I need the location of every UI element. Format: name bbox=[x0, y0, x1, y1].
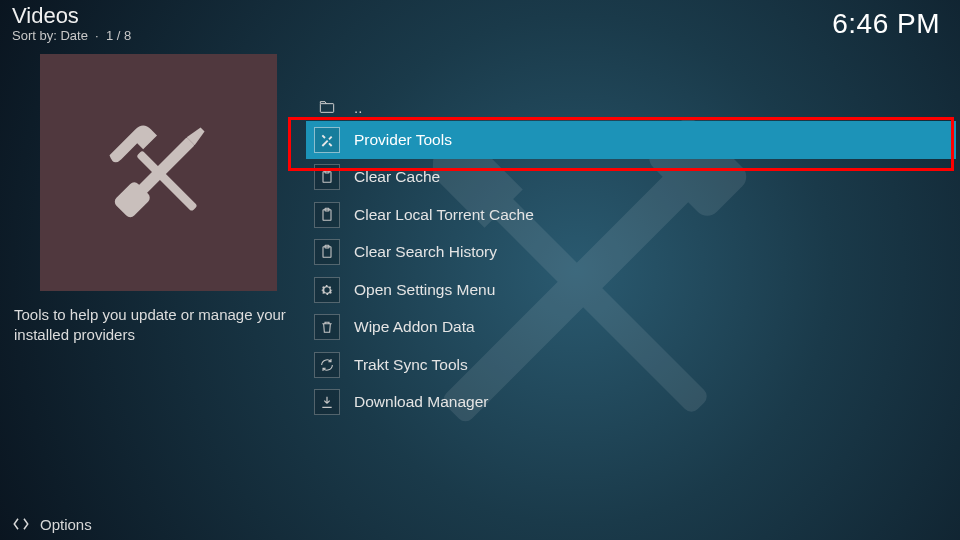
clipboard-icon bbox=[314, 202, 340, 228]
header: Videos Sort by: Date · 1 / 8 bbox=[0, 0, 960, 46]
list-item-label: Wipe Addon Data bbox=[354, 318, 956, 336]
list-item-download-manager[interactable]: Download Manager bbox=[306, 384, 956, 422]
parent-dir-label: .. bbox=[354, 99, 956, 116]
content-list: .. Provider Tools Clear Cache Clear Loca… bbox=[306, 93, 956, 421]
list-item-label: Clear Cache bbox=[354, 168, 956, 186]
tools-icon bbox=[314, 127, 340, 153]
item-thumbnail bbox=[40, 54, 277, 291]
list-item-label: Clear Search History bbox=[354, 243, 956, 261]
list-item-clear-search-history[interactable]: Clear Search History bbox=[306, 234, 956, 272]
footer-bar: Options bbox=[0, 508, 960, 540]
clipboard-icon bbox=[314, 239, 340, 265]
tools-icon bbox=[89, 103, 229, 243]
clipboard-icon bbox=[314, 164, 340, 190]
list-item-label: Trakt Sync Tools bbox=[354, 356, 956, 374]
gear-icon bbox=[314, 277, 340, 303]
list-item-trakt-sync-tools[interactable]: Trakt Sync Tools bbox=[306, 346, 956, 384]
options-label[interactable]: Options bbox=[40, 516, 92, 533]
sidebar: Tools to help you update or manage your … bbox=[14, 54, 294, 345]
list-item-provider-tools[interactable]: Provider Tools bbox=[306, 121, 956, 159]
clock: 6:46 PM bbox=[832, 8, 940, 40]
download-icon bbox=[314, 389, 340, 415]
sort-info: Sort by: Date · 1 / 8 bbox=[12, 28, 944, 43]
parent-dir-row[interactable]: .. bbox=[306, 93, 956, 121]
trash-icon bbox=[314, 314, 340, 340]
list-item-label: Clear Local Torrent Cache bbox=[354, 206, 956, 224]
item-description: Tools to help you update or manage your … bbox=[14, 305, 300, 345]
list-item-clear-local-torrent-cache[interactable]: Clear Local Torrent Cache bbox=[306, 196, 956, 234]
list-item-label: Download Manager bbox=[354, 393, 956, 411]
list-item-clear-cache[interactable]: Clear Cache bbox=[306, 159, 956, 197]
list-item-open-settings-menu[interactable]: Open Settings Menu bbox=[306, 271, 956, 309]
list-position: 1 / 8 bbox=[106, 28, 131, 43]
sync-icon bbox=[314, 352, 340, 378]
folder-up-icon bbox=[314, 97, 340, 117]
list-item-label: Open Settings Menu bbox=[354, 281, 956, 299]
svg-rect-7 bbox=[320, 104, 333, 113]
sort-label: Sort by: bbox=[12, 28, 57, 43]
page-title: Videos bbox=[12, 4, 944, 28]
list-item-wipe-addon-data[interactable]: Wipe Addon Data bbox=[306, 309, 956, 347]
options-icon[interactable] bbox=[12, 515, 30, 533]
sort-value: Date bbox=[60, 28, 87, 43]
list-item-label: Provider Tools bbox=[354, 131, 956, 149]
